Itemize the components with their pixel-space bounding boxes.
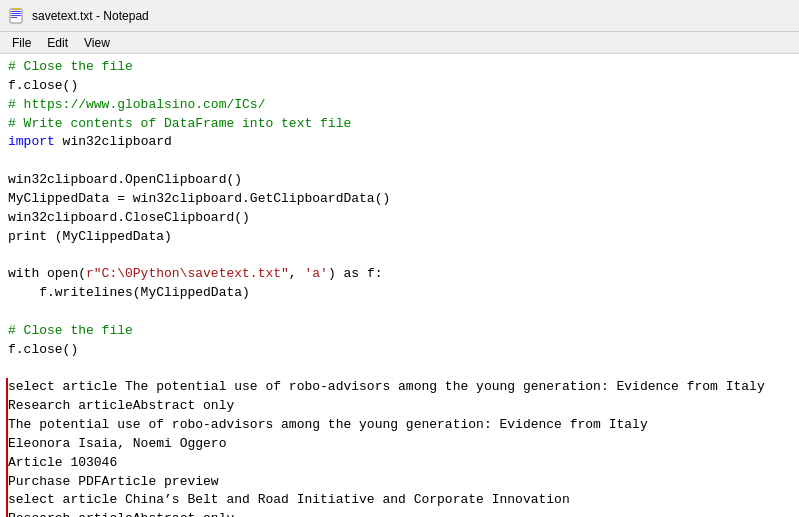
line-item: Eleonora Isaia, Noemi Oggero [6, 435, 791, 454]
line-item: Purchase PDFArticle preview [6, 473, 791, 492]
line-item: select article The potential use of robo… [6, 378, 791, 397]
menu-view[interactable]: View [76, 34, 118, 52]
line-item: win32clipboard.OpenClipboard() [8, 171, 791, 190]
svg-rect-4 [11, 17, 17, 18]
svg-rect-5 [13, 8, 19, 10]
line-item: # Close the file [8, 322, 791, 341]
line-item [8, 152, 791, 171]
line-item: win32clipboard.CloseClipboard() [8, 209, 791, 228]
line-item [8, 303, 791, 322]
line-item: # Close the file [8, 58, 791, 77]
line-item: import win32clipboard [8, 133, 791, 152]
line-item: # https://www.globalsino.com/ICs/ [8, 96, 791, 115]
line-item [8, 246, 791, 265]
line-item: Article 103046 [6, 454, 791, 473]
line-item: f.close() [8, 77, 791, 96]
window-title: savetext.txt - Notepad [32, 9, 149, 23]
line-item: MyClippedData = win32clipboard.GetClipbo… [8, 190, 791, 209]
line-item: f.writelines(MyClippedData) [8, 284, 791, 303]
line-item: with open(r"C:\0Python\savetext.txt", 'a… [8, 265, 791, 284]
editor-area[interactable]: # Close the filef.close()# https://www.g… [0, 54, 799, 517]
code-content: # Close the filef.close()# https://www.g… [8, 58, 791, 517]
notepad-icon [8, 8, 24, 24]
line-item: Research articleAbstract only [6, 510, 791, 517]
svg-rect-1 [11, 11, 21, 12]
svg-rect-3 [11, 15, 21, 16]
title-bar: savetext.txt - Notepad [0, 0, 799, 32]
line-item: Research articleAbstract only [6, 397, 791, 416]
menu-edit[interactable]: Edit [39, 34, 76, 52]
line-item: The potential use of robo-advisors among… [6, 416, 791, 435]
line-item: # Write contents of DataFrame into text … [8, 115, 791, 134]
line-item: select article China’s Belt and Road Ini… [6, 491, 791, 510]
line-item [8, 360, 791, 379]
menu-bar: File Edit View [0, 32, 799, 54]
menu-file[interactable]: File [4, 34, 39, 52]
line-item: f.close() [8, 341, 791, 360]
svg-rect-2 [11, 13, 21, 14]
line-item: print (MyClippedData) [8, 228, 791, 247]
